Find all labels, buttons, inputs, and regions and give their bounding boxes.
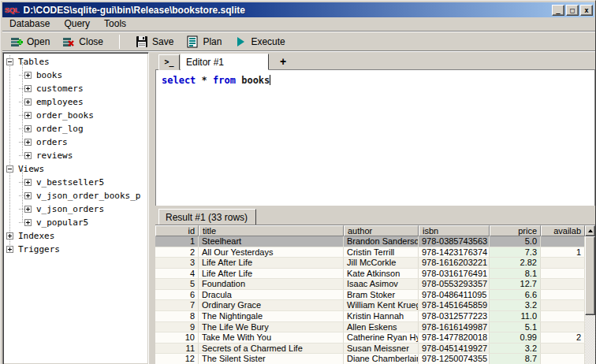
tree-guide-line (22, 169, 23, 223)
tab-editor-1[interactable]: Editor #1 (181, 54, 269, 70)
editor-tab-label: Editor #1 (186, 57, 224, 68)
grid-vertical-scrollbar[interactable] (585, 225, 595, 364)
expand-icon[interactable] (24, 125, 32, 132)
tree-node-reviews[interactable]: reviews (3, 149, 148, 162)
expand-icon[interactable] (24, 85, 32, 92)
expand-icon[interactable] (24, 152, 32, 159)
scrollbar-thumb[interactable] (585, 236, 595, 315)
expand-icon[interactable] (24, 72, 32, 79)
expand-icon[interactable] (24, 139, 32, 146)
table-row[interactable]: 11Secrets of a Charmed LifeSusan Meissne… (155, 344, 595, 355)
save-icon (136, 35, 148, 48)
column-header-author[interactable]: author (344, 225, 419, 236)
result-grid: idtitleauthorisbnpriceavailab1Steelheart… (155, 225, 595, 364)
expand-icon[interactable] (24, 179, 32, 186)
expand-icon[interactable] (24, 192, 32, 199)
tree-node-v_bestseller5[interactable]: v_bestseller5 (3, 176, 148, 189)
execute-button[interactable]: Execute (229, 33, 289, 50)
expand-icon[interactable] (24, 112, 32, 119)
add-tab-button[interactable]: + (274, 54, 292, 70)
table-row[interactable]: 4Life After LifeKate Atkinson978-0316176… (155, 269, 595, 280)
column-header-availab[interactable]: availab (541, 225, 585, 236)
sql-token-plain: * (196, 75, 213, 86)
cell-isbn: 978-0451419927 (419, 344, 490, 354)
column-header-id[interactable]: id (155, 225, 199, 236)
table-row[interactable]: 7Ordinary GraceWilliam Kent Krueger978-1… (155, 300, 595, 311)
title-bar[interactable]: SQL D:\CODES\sqlite-gui\bin\Release\book… (2, 2, 594, 17)
plan-button[interactable]: Plan (181, 33, 226, 50)
cell-id: 4 (155, 269, 199, 279)
object-tree-panel: Tablesbookscustomersemployeesorder_books… (2, 52, 149, 364)
tree-guide-line (22, 62, 23, 156)
tab-result-1[interactable]: Result #1 (33 rows) (158, 209, 256, 225)
tree-node-label: customers (36, 84, 84, 94)
toolbar: OpenCloseSavePlanExecute (2, 32, 595, 51)
tree-node-books[interactable]: books (3, 69, 148, 82)
save-button[interactable]: Save (131, 33, 178, 50)
menu-item-query[interactable]: Query (57, 17, 97, 32)
close-button[interactable]: x (580, 5, 593, 16)
cell-title: Take Me With You (199, 332, 344, 343)
expand-icon[interactable] (6, 246, 13, 253)
db-open-icon (10, 35, 23, 48)
cell-author: Kristin Hannah (344, 311, 419, 321)
table-row[interactable]: 9The Life We BuryAllen Eskens978-1616149… (155, 322, 595, 333)
collapse-icon[interactable] (6, 58, 13, 65)
tree-node-label: order_log (36, 124, 84, 134)
terminal-icon: >_ (164, 58, 173, 66)
cell-price: 11.0 (490, 311, 541, 321)
table-row[interactable]: 1SteelheartBrandon Sanderson978-03857435… (155, 236, 595, 247)
minimize-button[interactable]: _ (552, 5, 564, 16)
cell-title: Steelheart (199, 236, 344, 247)
tree-node-v_json_orders[interactable]: v_json_orders (3, 202, 148, 216)
menu-item-tools[interactable]: Tools (97, 17, 133, 32)
tree-node-views[interactable]: Views (3, 162, 148, 176)
column-header-title[interactable]: title (199, 225, 344, 236)
table-row[interactable]: 6DraculaBram Stoker978-04864110956.6 (155, 290, 595, 301)
tree-node-v_popular5[interactable]: v_popular5 (3, 216, 148, 229)
column-header-price[interactable]: price (490, 225, 541, 236)
cell-title: The Nightingale (199, 311, 344, 321)
table-row[interactable]: 3Life After LifeJill McCorkle978-1616203… (155, 258, 595, 269)
table-row[interactable]: 10Take Me With YouCatherine Ryan Hyde978… (155, 332, 595, 344)
tree-node-customers[interactable]: customers (3, 82, 148, 95)
collapse-icon[interactable] (6, 165, 13, 173)
scrollbar-up-button[interactable] (585, 225, 595, 236)
text-cursor (270, 75, 270, 85)
tree-node-label: Triggers (18, 244, 60, 254)
tree-node-orders[interactable]: orders (3, 136, 148, 149)
cell-id: 10 (155, 332, 199, 343)
cell-availab (541, 344, 585, 354)
cell-title: Life After Life (199, 269, 344, 279)
cell-title: Dracula (199, 290, 344, 300)
cell-author: Kate Atkinson (344, 269, 419, 279)
table-row[interactable]: 2All Our YesterdaysCristin Terrill978-14… (155, 247, 595, 258)
expand-icon[interactable] (6, 232, 13, 240)
table-row[interactable]: 5FoundationIsaac Asimov978-055329335712.… (155, 279, 595, 290)
cell-price: 3.2 (490, 300, 541, 310)
sql-editor[interactable]: select * from books (155, 70, 595, 206)
expand-icon[interactable] (24, 219, 32, 226)
tree-node-tables[interactable]: Tables (3, 55, 148, 69)
console-tab[interactable]: >_ (158, 54, 180, 70)
table-row[interactable]: 12The Silent SisterDiane Chamberlain978-… (155, 354, 595, 364)
tree-node-indexes[interactable]: Indexes (3, 229, 148, 243)
cell-id: 12 (155, 354, 199, 364)
maximize-button[interactable]: □ (566, 5, 579, 16)
toolbar-separator (119, 35, 120, 49)
tree-node-employees[interactable]: employees (3, 95, 148, 109)
table-row[interactable]: 8The NightingaleKristin Hannah978-031257… (155, 311, 595, 322)
editor-tab-bar: >_ Editor #1 + (155, 52, 595, 70)
cell-title: Ordinary Grace (199, 300, 344, 310)
tree-node-v_json_order_books_p[interactable]: v_json_order_books_p (3, 189, 148, 202)
expand-icon[interactable] (24, 206, 32, 213)
column-header-isbn[interactable]: isbn (419, 225, 490, 236)
tree-node-order_books[interactable]: order_books (3, 109, 148, 122)
open-button[interactable]: Open (6, 33, 54, 50)
tree-node-order_log[interactable]: order_log (3, 122, 148, 136)
close-button[interactable]: Close (58, 33, 108, 50)
tree-node-triggers[interactable]: Triggers (3, 243, 148, 256)
tree-node-label: v_json_orders (36, 204, 104, 214)
menu-item-database[interactable]: Database (2, 17, 57, 32)
expand-icon[interactable] (24, 98, 32, 106)
